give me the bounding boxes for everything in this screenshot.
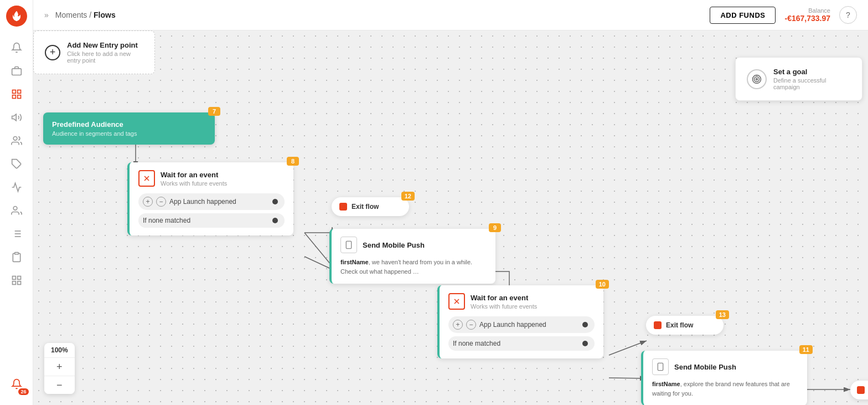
exit-flow-card-2[interactable]: 13 Exit flow (646, 316, 724, 335)
goal-icon (747, 69, 767, 89)
sidebar-item-bell[interactable] (7, 38, 27, 58)
goal-text: Set a goal Define a successful campaign (773, 68, 851, 90)
audience-subtitle: Audience in segments and tags (52, 130, 206, 137)
breadcrumb-current: Flows (94, 11, 116, 19)
header-actions: ADD FUNDS Balance -€167,733.97 ? (710, 6, 857, 24)
sidebar-item-notifications-badge[interactable] (7, 374, 27, 394)
breadcrumb-prefix: Moments / (55, 11, 91, 19)
exit-flow-card-3[interactable]: Exit (850, 381, 868, 399)
condition-pill-1b[interactable]: If none matched (138, 213, 285, 228)
help-button[interactable]: ? (839, 6, 857, 24)
sidebar (0, 0, 33, 405)
zoom-out-button[interactable]: − (44, 376, 75, 394)
entry-subtitle: Click here to add a new entry point (67, 50, 143, 64)
sidebar-item-audience[interactable] (7, 84, 27, 104)
sidebar-item-users[interactable] (7, 201, 27, 221)
svg-rect-3 (12, 95, 16, 99)
exit-dot-1 (339, 203, 347, 211)
exit-dot-2 (654, 321, 662, 329)
audience-title: Predefined Audience (52, 120, 206, 129)
pill-plus-icon[interactable]: + (143, 197, 153, 207)
push-header-2: Send Mobile Push (652, 358, 798, 375)
push-card-2[interactable]: 11 Send Mobile Push firstName, explore t… (641, 351, 807, 405)
sidebar-item-grid[interactable] (7, 270, 27, 290)
sidebar-item-campaigns[interactable] (7, 107, 27, 127)
entry-title: Add New Entry point (67, 41, 143, 49)
push-card-1[interactable]: 9 Send Mobile Push firstName, we haven't… (329, 229, 495, 284)
audience-badge: 7 (208, 107, 220, 116)
pill-minus-icon-2[interactable]: − (466, 320, 476, 330)
balance-info: Balance -€167,733.97 (784, 7, 830, 23)
wait-conditions-2: + − App Launch happened If none matched (448, 316, 595, 351)
sidebar-item-people[interactable] (7, 131, 27, 151)
balance-amount: -€167,733.97 (784, 14, 830, 23)
svg-rect-1 (12, 90, 16, 94)
pill-connector-1a (272, 199, 278, 204)
svg-marker-5 (12, 114, 16, 121)
push-body-2: firstName, explore the brand new feature… (652, 380, 798, 398)
push-body-1: firstName, we haven't heard from you in … (340, 258, 487, 276)
wait-badge-1: 8 (287, 157, 299, 166)
zoom-in-button[interactable]: + (44, 358, 75, 376)
exit-label-2: Exit flow (666, 321, 693, 329)
svg-rect-18 (17, 281, 20, 285)
push-icon-2 (652, 358, 669, 375)
condition-label-2a: App Launch happened (479, 321, 546, 329)
svg-rect-2 (17, 90, 20, 94)
breadcrumb: Moments / Flows (55, 11, 116, 19)
goal-subtitle: Define a successful campaign (773, 77, 851, 90)
wait-title-1: Wait for an event (161, 171, 227, 179)
svg-rect-15 (14, 253, 18, 254)
sidebar-item-analytics[interactable] (7, 177, 27, 197)
exit-badge-1: 12 (401, 192, 415, 201)
pill-minus-icon[interactable]: − (156, 197, 166, 207)
sidebar-item-tags[interactable] (7, 154, 27, 174)
entry-point-card[interactable]: + Add New Entry point Click here to add … (33, 30, 155, 74)
wait-subtitle-1: Works with future events (161, 180, 227, 187)
exit-label-1: Exit flow (352, 203, 379, 211)
wait-badge-2: 10 (596, 280, 609, 289)
entry-plus-icon: + (45, 45, 60, 60)
exit-badge-2: 13 (716, 310, 729, 319)
condition-pill-1a[interactable]: + − App Launch happened (138, 193, 285, 210)
logo[interactable] (6, 6, 27, 27)
goal-card[interactable]: Set a goal Define a successful campaign (735, 57, 862, 101)
condition-pill-2a[interactable]: + − App Launch happened (448, 316, 595, 333)
sidebar-item-clipboard[interactable] (7, 247, 27, 267)
add-funds-button[interactable]: ADD FUNDS (710, 7, 776, 24)
audience-card[interactable]: 7 Predefined Audience Audience in segmen… (43, 112, 215, 145)
wait-title-2: Wait for an event (471, 294, 537, 302)
pill-connector-2a (582, 322, 588, 327)
push-badge-2: 11 (799, 345, 813, 354)
svg-point-6 (13, 137, 17, 141)
flow-nodes: + Add New Entry point Click here to add … (33, 30, 868, 405)
sidebar-item-list[interactable] (7, 224, 27, 244)
svg-rect-0 (12, 69, 21, 75)
svg-rect-16 (12, 276, 16, 280)
zoom-controls: 100% + − (44, 343, 75, 394)
entry-text: Add New Entry point Click here to add a … (67, 41, 143, 64)
wait-header-2: Wait for an event Works with future even… (448, 293, 595, 310)
push-icon-1 (340, 237, 357, 253)
svg-rect-4 (17, 95, 20, 99)
condition-label-1a: App Launch happened (169, 198, 236, 206)
expand-icon[interactable]: » (44, 11, 49, 19)
pill-plus-icon-2[interactable]: + (453, 320, 463, 330)
wait-icon-1 (138, 170, 155, 187)
svg-rect-17 (17, 276, 20, 280)
wait-event-card-2[interactable]: 10 Wait for an event Works with future e… (437, 285, 603, 358)
wait-event-card-1[interactable]: 8 Wait for an event Works with future ev… (127, 162, 293, 235)
push-title-2: Send Mobile Push (674, 363, 736, 371)
goal-title: Set a goal (773, 68, 851, 76)
svg-rect-33 (658, 363, 663, 370)
wait-header-1: Wait for an event Works with future even… (138, 170, 285, 187)
balance-label: Balance (784, 7, 830, 14)
push-title-1: Send Mobile Push (363, 241, 425, 249)
exit-flow-card-1[interactable]: 12 Exit flow (332, 197, 409, 216)
push-body-bold-2: firstName (652, 381, 680, 387)
svg-point-25 (756, 78, 758, 80)
condition-label-1b: If none matched (143, 217, 190, 224)
exit-dot-3 (857, 386, 865, 394)
condition-pill-2b[interactable]: If none matched (448, 336, 595, 351)
sidebar-item-briefcase[interactable] (7, 61, 27, 81)
